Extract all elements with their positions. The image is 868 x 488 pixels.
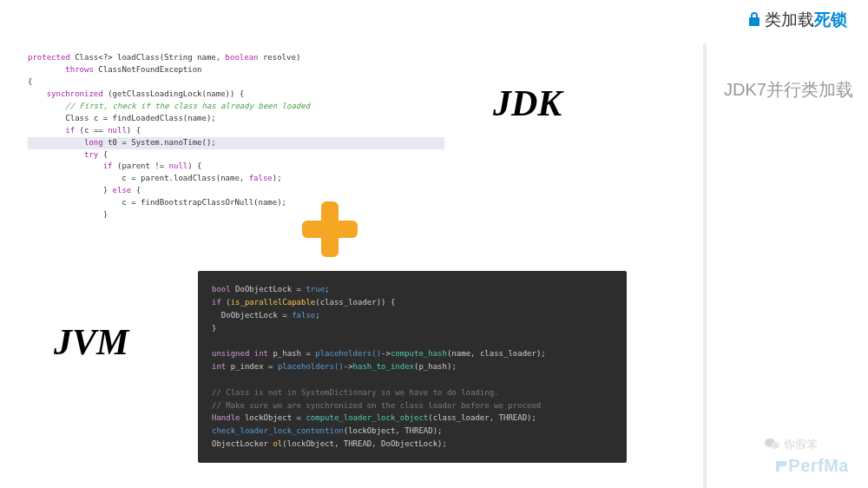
right-column: JDK7并行类加载	[703, 43, 868, 488]
jdk-label: JDK	[493, 82, 562, 124]
jvm-label: JVM	[54, 321, 128, 363]
lock-icon	[747, 11, 761, 31]
plus-icon	[302, 201, 358, 257]
wechat-icon	[765, 438, 780, 453]
wechat-attribution: 你假笨	[765, 437, 818, 453]
svg-point-1	[771, 442, 779, 449]
top-brand: 类加载死锁	[747, 9, 847, 31]
brand-text-suffix: 死锁	[814, 10, 847, 29]
wechat-name: 你假笨	[784, 438, 818, 451]
brand-text-prefix: 类加载	[765, 10, 814, 29]
java-code-block: protected Class<?> loadClass(String name…	[28, 52, 444, 221]
footer-brand: PerfMa	[774, 456, 849, 476]
slide-subtitle: JDK7并行类加载	[724, 78, 853, 102]
cpp-code-block: bool DoObjectLock = true; if (is_paralle…	[198, 271, 627, 463]
